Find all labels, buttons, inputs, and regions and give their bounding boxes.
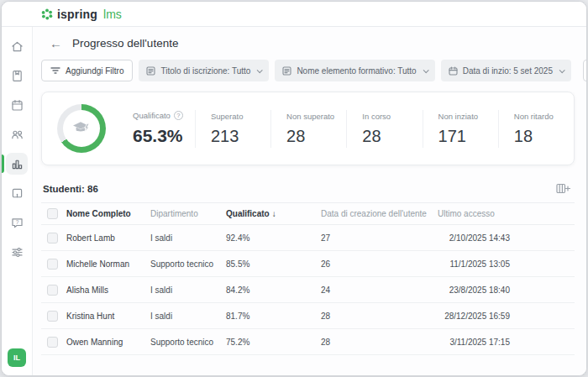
filter-chip-start-date[interactable]: Data di inzio: 5 set 2025 (441, 60, 571, 81)
qualified-donut-ring (57, 104, 106, 153)
sidebar-item-kiosk[interactable] (2, 181, 32, 205)
cell-created: 27 (321, 233, 438, 243)
filter-chip-label: Data di inzio: 5 set 2025 (463, 66, 553, 76)
cell-department: Supporto tecnico (150, 338, 226, 347)
export-button[interactable]: Exporta (583, 60, 587, 81)
sidebar-item-calendar[interactable] (2, 93, 32, 117)
stat-failed: Non superato 28 (270, 110, 346, 148)
manage-columns-button[interactable] (554, 181, 572, 196)
monitor-icon (6, 182, 28, 204)
column-header-name[interactable]: Nome Completo (66, 209, 150, 218)
calendar-icon (449, 66, 458, 76)
cell-department: I saldi (150, 285, 226, 295)
app-window: ispring lms (1, 1, 587, 376)
table-row[interactable]: Alisha Mills I saldi 84.2% 24 23/8/2025 … (41, 277, 575, 303)
users-icon (6, 123, 28, 145)
stat-overdue: Non ritardo 18 (498, 110, 574, 148)
row-checkbox[interactable] (47, 233, 58, 243)
filter-chip-learning-item[interactable]: Nome elemento formativo: Tutto (275, 60, 434, 81)
graduation-cap-icon (57, 104, 106, 153)
stat-label: Non inziato (438, 112, 479, 121)
cell-name: Owen Manning (66, 338, 150, 347)
sliders-icon (6, 241, 28, 263)
cell-name: Robert Lamb (66, 233, 150, 243)
table-header-row: Nome Completo Dipartimento Qualificato↓ … (41, 202, 575, 225)
table-row[interactable]: Kristina Hunt I saldi 81.7% 28 28/12/202… (41, 303, 575, 329)
table-row[interactable]: Michelle Norman Supporto tecnico 85.5% 2… (41, 251, 575, 277)
cell-created: 24 (321, 285, 438, 295)
cell-created: 28 (321, 338, 438, 347)
cell-name: Michelle Norman (66, 259, 150, 269)
stat-label: Qualificato (133, 111, 171, 120)
stat-value: 65.3% (133, 126, 183, 146)
stat-value: 28 (362, 127, 410, 146)
sidebar-item-home[interactable] (2, 34, 32, 58)
cell-last-access: 3/11/2025 17:15 (438, 338, 575, 347)
cell-last-access: 2/10/2025 14:43 (438, 233, 575, 243)
cell-department: Supporto tecnico (150, 259, 226, 269)
user-avatar[interactable]: IL (8, 348, 26, 367)
filter-lines-icon (50, 66, 60, 75)
chevron-down-icon (257, 67, 263, 73)
page-header: ← Progresso dell'utente (33, 27, 586, 53)
sidebar-item-settings[interactable] (2, 240, 32, 264)
info-icon[interactable]: ? (174, 111, 183, 120)
stat-label: Superato (211, 112, 244, 121)
add-filter-label: Aggiundgi Filtro (66, 66, 123, 76)
stat-in-progress: In corso 28 (346, 110, 422, 148)
stat-label: Non superato (286, 112, 334, 121)
cell-qualified: 81.7% (226, 312, 321, 321)
stat-value: 171 (438, 127, 486, 146)
row-checkbox[interactable] (47, 259, 58, 270)
help-chat-icon: ? (6, 212, 28, 233)
cell-last-access: 23/8/2025 18:40 (438, 285, 575, 295)
sidebar-item-reports[interactable] (2, 152, 32, 175)
filter-chip-enrollment[interactable]: Titolo di iscrizione: Tutto (139, 60, 269, 81)
enrollment-doc-icon (146, 66, 155, 76)
stat-not-started: Non inziato 171 (423, 110, 498, 148)
chevron-down-icon (559, 67, 565, 73)
filter-chip-label: Titolo di iscrizione: Tutto (160, 66, 250, 76)
cell-created: 26 (321, 259, 438, 269)
svg-text:?: ? (15, 218, 18, 224)
cell-department: I saldi (150, 233, 226, 243)
cell-created: 28 (321, 312, 438, 321)
table-row[interactable]: Robert Lamb I saldi 92.4% 27 2/10/2025 1… (41, 225, 575, 251)
column-header-last-access[interactable]: Ultimo accesso (438, 209, 575, 218)
select-all-checkbox[interactable] (47, 208, 58, 219)
cell-qualified: 92.4% (226, 233, 321, 243)
add-filter-button[interactable]: Aggiundgi Filtro (41, 60, 133, 81)
column-header-created[interactable]: Data di creazione dell'utente (321, 209, 438, 218)
column-header-department[interactable]: Dipartimento (150, 209, 226, 218)
sidebar-item-help[interactable]: ? (2, 211, 32, 234)
row-checkbox[interactable] (47, 285, 58, 296)
sidebar-item-users[interactable] (2, 123, 32, 146)
top-bar: ispring lms (2, 2, 586, 27)
back-arrow-icon[interactable]: ← (50, 37, 62, 50)
column-header-qualified[interactable]: Qualificato↓ (226, 209, 321, 218)
stat-value: 213 (211, 127, 259, 146)
cell-name: Kristina Hunt (66, 312, 150, 321)
sidebar-item-courses[interactable] (2, 64, 32, 87)
bar-chart-icon (6, 153, 28, 175)
brand-product: lms (103, 8, 122, 21)
row-checkbox[interactable] (47, 337, 58, 348)
chevron-down-icon (423, 67, 428, 73)
stat-label: In corso (362, 112, 391, 121)
home-icon (6, 35, 28, 57)
table-row[interactable]: Owen Manning Supporto tecnico 75.2% 28 3… (41, 329, 575, 355)
main-content: ← Progresso dell'utente Aggiundgi Filtro (33, 27, 586, 375)
filter-toolbar: Aggiundgi Filtro Titolo di iscrizione: T… (33, 53, 586, 81)
cell-department: I saldi (150, 312, 226, 321)
brand-name: ispring (57, 8, 97, 21)
cell-qualified: 84.2% (226, 285, 321, 295)
stat-value: 18 (514, 127, 562, 146)
ispring-logo-icon (41, 8, 53, 20)
filter-chip-label: Nome elemento formativo: Tutto (297, 66, 416, 76)
students-count-title: Studenti: 86 (43, 184, 98, 194)
book-icon (6, 65, 28, 86)
page-title: Progresso dell'utente (72, 37, 178, 50)
row-checkbox[interactable] (47, 311, 58, 322)
cell-qualified: 85.5% (226, 259, 321, 269)
learning-item-doc-icon (282, 66, 291, 76)
